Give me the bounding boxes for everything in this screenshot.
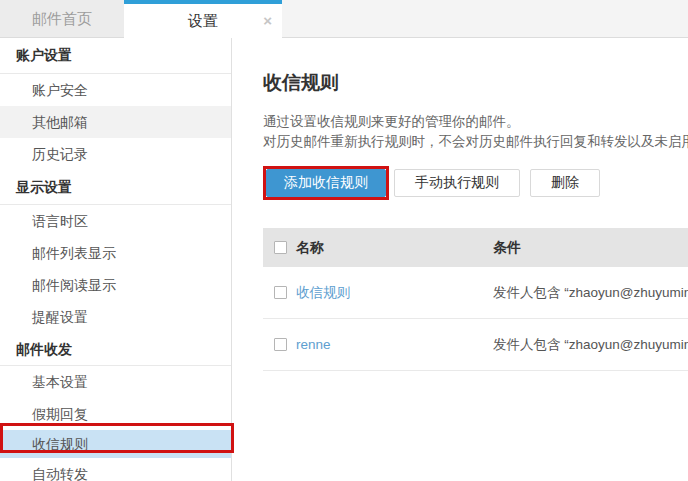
add-rule-button[interactable]: 添加收信规则 [266,169,386,197]
sidebar-item-reminder-settings[interactable]: 提醒设置 [0,301,231,333]
sidebar-item-vacation-reply[interactable]: 假期回复 [0,398,231,430]
sidebar-section-mail-send-receive: 邮件收发 [0,333,231,366]
sidebar-item-basic-settings[interactable]: 基本设置 [0,366,231,398]
sidebar-item-mail-read-display[interactable]: 邮件阅读显示 [0,269,231,301]
sidebar-section-display-settings: 显示设置 [0,170,231,205]
sidebar-item-other-mailboxes[interactable]: 其他邮箱 [0,106,231,138]
delete-button[interactable]: 删除 [530,169,600,197]
tab-settings-label: 设置 [188,12,218,29]
description-line: 对历史邮件重新执行规则时，不会对历史邮件执行回复和转发以及未启用规则。 [263,132,688,152]
manual-run-rules-button[interactable]: 手动执行规则 [394,169,520,197]
row-checkbox[interactable] [274,338,287,351]
table-header-row: 名称 条件 [263,228,688,267]
description-line: 通过设置收信规则来更好的管理你的邮件。 [263,112,688,132]
rules-table: 名称 条件 收信规则 发件人包含 “zhaoyun@zhuyuming.so r… [263,228,688,371]
sidebar-item-language-timezone[interactable]: 语言时区 [0,205,231,237]
select-all-checkbox[interactable] [274,241,287,254]
tab-bar: 邮件首页 设置 × [0,0,688,38]
settings-sidebar: 账户设置 账户安全 其他邮箱 历史记录 显示设置 语言时区 邮件列表显示 邮件阅… [0,38,232,481]
row-checkbox[interactable] [274,286,287,299]
rule-name-link[interactable]: renne [296,337,331,352]
sidebar-item-receive-rules[interactable]: 收信规则 [0,430,231,458]
sidebar-item-account-security[interactable]: 账户安全 [0,74,231,106]
main-content: 收信规则 通过设置收信规则来更好的管理你的邮件。 对历史邮件重新执行规则时，不会… [233,38,688,481]
table-row: renne 发件人包含 “zhaoyun@zhuyuming.so [263,319,688,371]
rule-condition: 发件人包含 “zhaoyun@zhuyuming.so [493,284,688,302]
settings-page: 邮件首页 设置 × 账户设置 账户安全 其他邮箱 历史记录 显示设置 语言时区 … [0,0,688,481]
sidebar-item-auto-forward[interactable]: 自动转发 [0,458,231,481]
page-title: 收信规则 [263,70,688,96]
annotation-box-add-button: 添加收信规则 [263,166,389,200]
sidebar-item-mail-list-display[interactable]: 邮件列表显示 [0,237,231,269]
table-row: 收信规则 发件人包含 “zhaoyun@zhuyuming.so [263,267,688,319]
tabbar-filler [282,0,688,38]
tab-settings[interactable]: 设置 × [124,0,282,38]
rule-condition: 发件人包含 “zhaoyun@zhuyuming.so [493,336,688,354]
sidebar-item-history[interactable]: 历史记录 [0,138,231,170]
column-header-name: 名称 [295,239,493,257]
button-row: 添加收信规则 手动执行规则 删除 [263,166,688,200]
sidebar-section-account-settings: 账户设置 [0,38,231,74]
column-header-condition: 条件 [493,239,688,257]
close-icon[interactable]: × [263,4,272,37]
tab-mail-home[interactable]: 邮件首页 [0,0,124,38]
rule-name-link[interactable]: 收信规则 [296,285,350,300]
